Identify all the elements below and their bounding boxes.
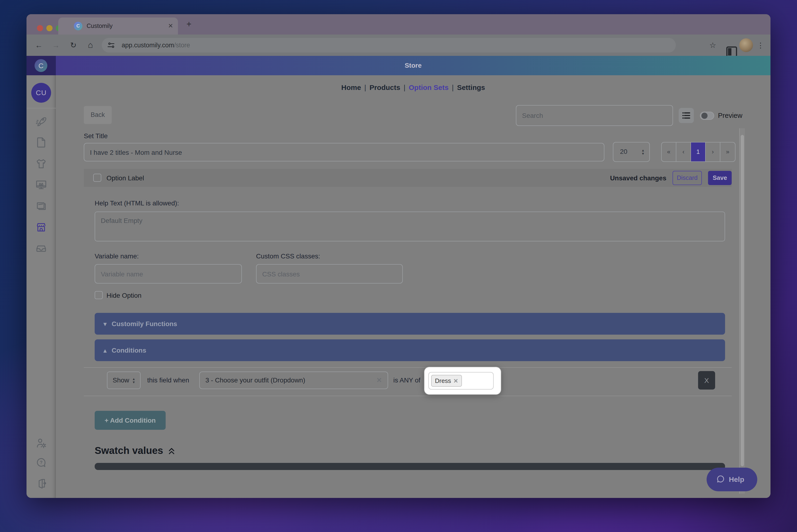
store-title: Store <box>56 56 771 75</box>
nav-home[interactable]: Home <box>341 83 361 91</box>
condition-field-select[interactable]: 3 - Choose your outfit (Dropdown) ✕ <box>199 372 388 389</box>
url-path: /store <box>174 42 190 49</box>
page-next-button[interactable]: › <box>706 142 720 162</box>
scrollbar-track[interactable] <box>739 128 745 494</box>
hide-option-label: Hide Option <box>107 291 141 299</box>
value-tag[interactable]: Dress✕ <box>431 375 462 387</box>
close-window-button[interactable] <box>37 25 43 31</box>
swatch-values-heading: Swatch values <box>95 445 176 456</box>
swatch-values-title: Swatch values <box>95 445 163 456</box>
toggle-knob <box>701 113 707 119</box>
help-button[interactable]: Help <box>707 468 757 491</box>
url-text: app.customily.com/store <box>121 38 190 53</box>
value-tag-label: Dress <box>435 377 451 384</box>
css-classes-label: Custom CSS classes: <box>256 252 320 260</box>
option-label-text: Option Label <box>107 169 144 187</box>
customily-functions-section[interactable]: ▼Customily Functions <box>95 313 725 335</box>
browser-window: C Customily ✕ + ← → ↻ ⌂ app.customily.co… <box>26 14 771 498</box>
logout-icon[interactable] <box>35 477 47 489</box>
account-settings-icon[interactable] <box>35 437 47 449</box>
rocket-icon[interactable] <box>35 115 47 127</box>
nav-separator: | <box>361 83 369 91</box>
nav-separator: | <box>400 83 409 91</box>
tab-close-icon[interactable]: ✕ <box>168 18 173 35</box>
remove-tag-icon[interactable]: ✕ <box>453 378 458 384</box>
avatar[interactable]: CU <box>31 83 51 103</box>
tab-title: Customily <box>87 18 113 35</box>
nav-products[interactable]: Products <box>369 83 400 91</box>
css-classes-input[interactable] <box>256 264 403 284</box>
breadcrumb-nav: Home|Products|Option Sets|Settings <box>56 83 771 91</box>
discard-button[interactable]: Discard <box>672 171 702 185</box>
select-arrows-icon: ▲▼ <box>132 377 135 384</box>
option-label-checkbox[interactable] <box>93 174 101 182</box>
home-icon[interactable]: ⌂ <box>85 35 96 56</box>
functions-section-label: Customily Functions <box>112 320 177 327</box>
condition-values-input[interactable]: Dress✕ <box>428 372 494 390</box>
browser-tab[interactable]: C Customily ✕ <box>58 18 178 35</box>
preview-toggle[interactable] <box>700 112 714 120</box>
chat-bubble-icon <box>716 475 725 484</box>
frames-icon[interactable] <box>35 200 47 212</box>
customily-logo: C <box>35 59 47 72</box>
page-first-button[interactable]: « <box>662 142 676 162</box>
set-title-input[interactable] <box>84 143 604 162</box>
svg-text:?: ? <box>40 460 43 465</box>
desktop-background: C Customily ✕ + ← → ↻ ⌂ app.customily.co… <box>0 0 797 532</box>
back-icon[interactable]: ← <box>33 35 44 56</box>
search-input[interactable] <box>516 105 673 126</box>
page-current-button[interactable]: 1 <box>691 142 706 162</box>
new-tab-button[interactable]: + <box>187 14 191 35</box>
nav-option-sets[interactable]: Option Sets <box>409 83 449 91</box>
page-prev-button[interactable]: ‹ <box>676 142 691 162</box>
pagination: « ‹ 1 › » <box>661 142 736 162</box>
reload-icon[interactable]: ↻ <box>68 35 79 56</box>
main-content: Home|Products|Option Sets|Settings Back … <box>56 75 771 498</box>
list-view-icon[interactable] <box>679 108 694 123</box>
condition-action-value: Show <box>113 372 129 388</box>
sidebar-divider <box>26 108 56 108</box>
collapse-chevrons-icon[interactable] <box>167 446 176 455</box>
condition-action-select[interactable]: Show ▲▼ <box>107 372 140 389</box>
scrollbar-thumb[interactable] <box>741 135 744 466</box>
sidebar: CU <box>26 75 56 498</box>
page-last-button[interactable]: » <box>720 142 735 162</box>
variable-name-input[interactable] <box>95 264 242 284</box>
inbox-icon[interactable] <box>35 242 47 255</box>
help-button-label: Help <box>729 468 744 491</box>
file-icon[interactable] <box>35 136 47 149</box>
page-size-select[interactable]: 20 ▲▼ <box>613 142 650 162</box>
profile-avatar[interactable] <box>739 38 753 52</box>
clear-field-icon[interactable]: ✕ <box>377 372 382 388</box>
store-header: C Store <box>26 56 771 75</box>
minimize-window-button[interactable] <box>46 25 53 31</box>
help-text-label: Help Text (HTML is allowed): <box>95 199 179 207</box>
support-icon[interactable]: ? <box>35 457 47 469</box>
forward-icon[interactable]: → <box>50 35 61 56</box>
condition-field-value: 3 - Choose your outfit (Dropdown) <box>205 372 305 388</box>
swatch-table-header-bar <box>95 463 725 470</box>
hide-option-checkbox[interactable] <box>95 291 103 299</box>
url-bar[interactable]: app.customily.com/store <box>102 38 676 53</box>
nav-settings[interactable]: Settings <box>457 83 485 91</box>
conditions-section[interactable]: ▲Conditions <box>95 339 725 361</box>
condition-when-text: this field when <box>147 372 189 389</box>
condition-operator-text: is ANY of <box>393 372 420 389</box>
preview-label: Preview <box>718 112 742 120</box>
save-button[interactable]: Save <box>708 171 732 185</box>
browser-toolbar: ← → ↻ ⌂ app.customily.com/store ☆ ⋮ <box>26 35 771 56</box>
design-monitor-icon[interactable] <box>35 178 47 191</box>
select-arrows-icon: ▲▼ <box>641 149 645 155</box>
browser-tabstrip: C Customily ✕ + <box>26 14 771 35</box>
page-size-value: 20 <box>620 142 627 161</box>
back-button[interactable]: Back <box>84 106 112 124</box>
add-condition-button[interactable]: + Add Condition <box>95 411 166 430</box>
remove-condition-button[interactable]: X <box>698 371 715 390</box>
nav-separator: | <box>449 83 457 91</box>
tshirt-icon[interactable] <box>35 158 47 170</box>
help-text-area[interactable]: Default Empty <box>95 212 725 241</box>
collapse-down-icon: ▼ <box>102 321 108 327</box>
store-icon[interactable] <box>35 221 47 233</box>
site-settings-icon[interactable] <box>108 42 115 49</box>
menu-dots-icon[interactable]: ⋮ <box>755 35 766 56</box>
